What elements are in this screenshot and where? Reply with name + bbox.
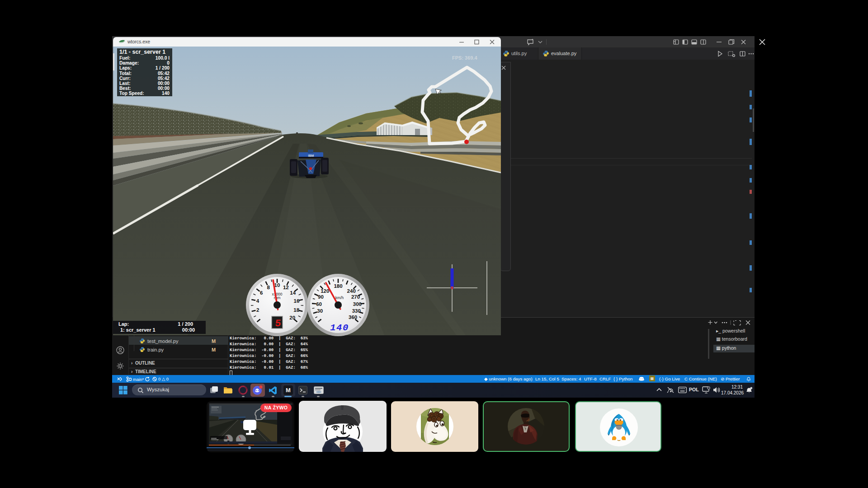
svg-text:12: 12 — [283, 285, 289, 290]
svg-text:main*: main* — [133, 377, 144, 382]
svg-text:2: 2 — [256, 307, 259, 313]
svg-text:30: 30 — [317, 308, 323, 314]
svg-text:6: 6 — [260, 290, 263, 296]
svg-text:140: 140 — [330, 323, 349, 333]
svg-text:90: 90 — [318, 294, 324, 300]
svg-text:14: 14 — [290, 290, 296, 296]
svg-text:rpm: rpm — [274, 296, 281, 300]
svg-text:60: 60 — [316, 301, 322, 307]
svg-text:8: 8 — [267, 285, 270, 290]
svg-text:240: 240 — [347, 288, 356, 294]
svg-text:4: 4 — [256, 298, 259, 304]
svg-text:IBM: IBM — [308, 154, 314, 157]
svg-text:18: 18 — [293, 307, 299, 313]
svg-text:360: 360 — [349, 314, 357, 320]
svg-text:300: 300 — [353, 301, 362, 307]
svg-text:5: 5 — [274, 318, 282, 329]
svg-text:120: 120 — [321, 288, 329, 294]
svg-text:16: 16 — [294, 298, 300, 304]
svg-text:180: 180 — [334, 283, 342, 289]
svg-text:km/h: km/h — [335, 296, 344, 300]
svg-text:270: 270 — [351, 294, 360, 300]
svg-text:20: 20 — [289, 315, 295, 320]
svg-text:10: 10 — [274, 282, 280, 288]
svg-text:330: 330 — [352, 308, 361, 314]
